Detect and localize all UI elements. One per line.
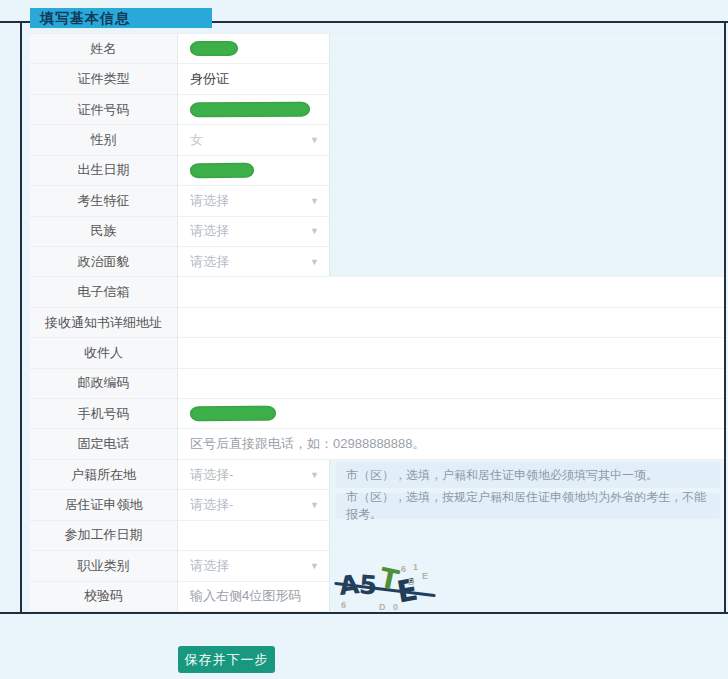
form-row-id-number: 证件号码: [30, 95, 724, 125]
save-next-button[interactable]: 保存并下一步: [178, 646, 275, 673]
field-label-captcha-code: 校验码: [30, 582, 178, 612]
field-label-political-status: 政治面貌: [30, 247, 178, 277]
placeholder-captcha-code: 输入右侧4位图形码: [190, 587, 301, 605]
frame-left-border: [20, 21, 22, 614]
form-row-name: 姓名: [30, 34, 724, 64]
redaction-scribble-name: [190, 41, 238, 56]
select-residence-permit[interactable]: 请选择-▼: [178, 490, 330, 520]
field-label-gender: 性别: [30, 125, 178, 155]
field-label-id-number: 证件号码: [30, 95, 178, 125]
captcha-noise-char: D: [379, 602, 386, 612]
field-label-candidate-feature: 考生特征: [30, 186, 178, 216]
input-recipient[interactable]: [178, 338, 724, 368]
chevron-down-icon: ▼: [310, 196, 319, 206]
form-row-household-registration: 户籍所在地请选择-▼市（区），选填，户籍和居住证申领地必须填写其中一项。: [30, 460, 724, 490]
form-row-gender: 性别女▼: [30, 125, 724, 155]
field-label-landline: 固定电话: [30, 429, 178, 459]
select-gender[interactable]: 女▼: [178, 125, 330, 155]
redaction-scribble-id-number: [190, 102, 310, 118]
input-birth-date[interactable]: [178, 156, 330, 186]
redaction-scribble-mobile-number: [190, 406, 276, 422]
field-label-postal-code: 邮政编码: [30, 369, 178, 399]
chevron-down-icon: ▼: [310, 226, 319, 236]
captcha-noise-char: E: [422, 571, 428, 581]
select-household-registration[interactable]: 请选择-▼: [178, 460, 330, 490]
form-row-postal-code: 邮政编码: [30, 369, 724, 399]
chevron-down-icon: ▼: [310, 257, 319, 267]
captcha-noise-char: 6: [401, 564, 406, 574]
select-value-residence-permit: 请选择-: [190, 496, 233, 514]
input-id-number[interactable]: [178, 95, 330, 125]
form-row-notice-address: 接收通知书详细地址: [30, 308, 724, 338]
select-candidate-feature[interactable]: 请选择▼: [178, 186, 330, 216]
captcha-noise-char: 0: [393, 602, 398, 612]
input-landline[interactable]: 区号后直接跟电话，如：02988888888。: [178, 429, 724, 459]
captcha-noise-char: B: [408, 577, 415, 587]
chevron-down-icon: ▼: [310, 135, 319, 145]
form-row-ethnicity: 民族请选择▼: [30, 217, 724, 247]
registration-form-page: 填写基本信息 姓名证件类型身份证证件号码性别女▼出生日期考生特征请选择▼民族请选…: [0, 0, 728, 679]
field-label-occupation: 职业类别: [30, 551, 178, 581]
form-row-mobile-number: 手机号码: [30, 399, 724, 429]
select-occupation[interactable]: 请选择▼: [178, 551, 330, 581]
captcha-noise-char: 6: [341, 600, 346, 610]
chevron-down-icon: ▼: [310, 561, 319, 571]
field-label-ethnicity: 民族: [30, 217, 178, 247]
select-value-political-status: 请选择: [190, 253, 229, 271]
form-row-landline: 固定电话区号后直接跟电话，如：02988888888。: [30, 429, 724, 459]
select-value-household-registration: 请选择-: [190, 466, 233, 484]
field-label-household-registration: 户籍所在地: [30, 460, 178, 490]
field-label-name: 姓名: [30, 34, 178, 64]
basic-info-form: 姓名证件类型身份证证件号码性别女▼出生日期考生特征请选择▼民族请选择▼政治面貌请…: [30, 33, 724, 612]
select-political-status[interactable]: 请选择▼: [178, 247, 330, 277]
field-label-email: 电子信箱: [30, 277, 178, 307]
select-value-occupation: 请选择: [190, 557, 229, 575]
field-label-id-type: 证件类型: [30, 64, 178, 94]
field-hint-household-registration: 市（区），选填，户籍和居住证申领地必须填写其中一项。: [336, 462, 720, 488]
form-row-email: 电子信箱: [30, 277, 724, 307]
chevron-down-icon: ▼: [310, 500, 319, 510]
form-row-political-status: 政治面貌请选择▼: [30, 247, 724, 277]
form-row-id-type: 证件类型身份证: [30, 64, 724, 94]
select-ethnicity[interactable]: 请选择▼: [178, 217, 330, 247]
field-label-recipient: 收件人: [30, 338, 178, 368]
form-row-recipient: 收件人: [30, 338, 724, 368]
input-notice-address[interactable]: [178, 308, 724, 338]
redaction-scribble-birth-date: [190, 163, 254, 178]
field-label-birth-date: 出生日期: [30, 156, 178, 186]
form-row-birth-date: 出生日期: [30, 156, 724, 186]
input-email[interactable]: [178, 277, 724, 307]
field-label-notice-address: 接收通知书详细地址: [30, 308, 178, 338]
input-postal-code[interactable]: [178, 369, 724, 399]
field-label-work-start-date: 参加工作日期: [30, 521, 178, 551]
captcha-image[interactable]: A5TE61EB6D0: [337, 564, 433, 614]
input-captcha-code[interactable]: 输入右侧4位图形码: [178, 582, 330, 612]
field-value-id-type: 身份证: [190, 70, 229, 88]
form-row-candidate-feature: 考生特征请选择▼: [30, 186, 724, 216]
section-title: 填写基本信息: [30, 8, 212, 28]
input-name[interactable]: [178, 34, 330, 64]
select-value-candidate-feature: 请选择: [190, 192, 229, 210]
form-row-residence-permit: 居住证申领地请选择-▼市（区），选填，按规定户籍和居住证申领地均为外省的考生，不…: [30, 490, 724, 520]
select-value-ethnicity: 请选择: [190, 222, 229, 240]
input-id-type: 身份证: [178, 64, 330, 94]
field-label-mobile-number: 手机号码: [30, 399, 178, 429]
placeholder-landline: 区号后直接跟电话，如：02988888888。: [190, 435, 426, 453]
frame-right-border: [724, 21, 726, 614]
field-hint-residence-permit: 市（区），选填，按规定户籍和居住证申领地均为外省的考生，不能报考。: [336, 493, 720, 519]
chevron-down-icon: ▼: [310, 470, 319, 480]
input-work-start-date[interactable]: [178, 521, 330, 551]
input-mobile-number[interactable]: [178, 399, 724, 429]
form-row-work-start-date: 参加工作日期: [30, 521, 724, 551]
captcha-noise-char: 1: [413, 562, 418, 572]
select-value-gender: 女: [190, 131, 203, 149]
field-label-residence-permit: 居住证申领地: [30, 490, 178, 520]
